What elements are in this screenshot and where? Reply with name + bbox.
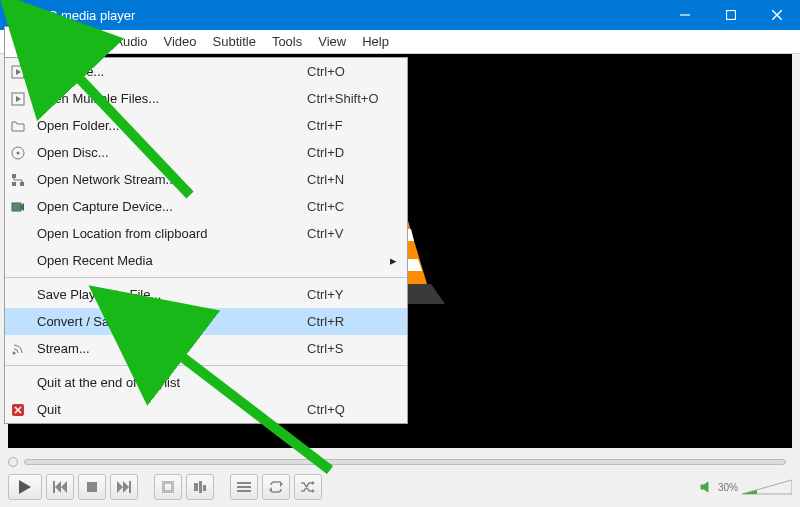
svg-marker-47 bbox=[742, 480, 792, 494]
svg-marker-44 bbox=[312, 481, 315, 485]
menu-subtitle[interactable]: Subtitle bbox=[205, 31, 264, 52]
submenu-arrow-icon: ▸ bbox=[385, 253, 397, 268]
play-button[interactable] bbox=[8, 474, 42, 500]
stop-button[interactable] bbox=[78, 474, 106, 500]
menu-item-shortcut: Ctrl+R bbox=[307, 314, 397, 329]
menu-item-label: Stream... bbox=[37, 341, 307, 356]
menu-stream[interactable]: Stream... Ctrl+S bbox=[5, 335, 407, 362]
svg-rect-30 bbox=[87, 482, 97, 492]
close-button[interactable] bbox=[754, 0, 800, 30]
menu-save-playlist[interactable]: Save Playlist to File... Ctrl+Y bbox=[5, 281, 407, 308]
svg-rect-19 bbox=[20, 182, 24, 186]
svg-marker-42 bbox=[280, 481, 283, 487]
maximize-button[interactable] bbox=[708, 0, 754, 30]
svg-marker-28 bbox=[55, 481, 61, 493]
menu-item-shortcut: Ctrl+C bbox=[307, 199, 397, 214]
menu-open-capture[interactable]: Open Capture Device... Ctrl+C bbox=[5, 193, 407, 220]
menu-item-shortcut: Ctrl+F bbox=[307, 118, 397, 133]
svg-rect-27 bbox=[53, 481, 55, 493]
menu-tools[interactable]: Tools bbox=[264, 31, 310, 52]
menu-separator bbox=[5, 277, 407, 278]
speaker-icon bbox=[700, 480, 714, 494]
folder-icon bbox=[11, 120, 37, 132]
volume-label: 30% bbox=[718, 482, 738, 493]
menu-item-label: Open Network Stream... bbox=[37, 172, 307, 187]
svg-rect-1 bbox=[13, 12, 16, 14]
menu-item-label: Quit at the end of playlist bbox=[37, 375, 307, 390]
app-icon bbox=[0, 7, 30, 23]
volume-slider[interactable] bbox=[742, 478, 792, 496]
menu-video[interactable]: Video bbox=[155, 31, 204, 52]
play-file-icon bbox=[11, 92, 37, 106]
titlebar: VLC media player bbox=[0, 0, 800, 30]
menu-item-label: Convert / Save... bbox=[37, 314, 307, 329]
svg-point-22 bbox=[13, 351, 16, 354]
skip-fwd-button[interactable] bbox=[110, 474, 138, 500]
menu-item-label: Open File... bbox=[37, 64, 307, 79]
menu-help[interactable]: Help bbox=[354, 31, 397, 52]
menubar: Media ack Audio Video Subtitle Tools Vie… bbox=[0, 30, 800, 54]
svg-marker-43 bbox=[269, 487, 272, 493]
svg-marker-32 bbox=[123, 481, 129, 493]
svg-marker-26 bbox=[19, 480, 31, 494]
window-controls bbox=[662, 0, 800, 30]
menu-open-folder[interactable]: Open Folder... Ctrl+F bbox=[5, 112, 407, 139]
menu-item-label: Open Multiple Files... bbox=[37, 91, 307, 106]
window-title: VLC media player bbox=[30, 8, 662, 23]
menu-open-disc[interactable]: Open Disc... Ctrl+D bbox=[5, 139, 407, 166]
svg-rect-37 bbox=[199, 481, 202, 493]
menu-open-recent[interactable]: Open Recent Media ▸ bbox=[5, 247, 407, 274]
media-dropdown: Open File... Ctrl+O Open Multiple Files.… bbox=[4, 57, 408, 424]
menu-item-shortcut: Ctrl+N bbox=[307, 172, 397, 187]
menu-audio[interactable]: Audio bbox=[106, 31, 155, 52]
svg-marker-29 bbox=[61, 481, 67, 493]
menu-item-label: Open Location from clipboard bbox=[37, 226, 307, 241]
skip-back-button[interactable] bbox=[46, 474, 74, 500]
menu-quit-end[interactable]: Quit at the end of playlist bbox=[5, 369, 407, 396]
disc-icon bbox=[11, 146, 37, 160]
svg-rect-35 bbox=[164, 483, 172, 491]
quit-icon bbox=[11, 403, 37, 417]
menu-quit[interactable]: Quit Ctrl+Q bbox=[5, 396, 407, 423]
svg-rect-18 bbox=[12, 182, 16, 186]
capture-icon bbox=[11, 201, 37, 213]
menu-separator bbox=[5, 365, 407, 366]
svg-marker-14 bbox=[16, 96, 21, 102]
menu-item-shortcut: Ctrl+Q bbox=[307, 402, 397, 417]
menu-convert-save[interactable]: Convert / Save... Ctrl+R bbox=[5, 308, 407, 335]
menu-item-label: Save Playlist to File... bbox=[37, 287, 307, 302]
menu-open-network[interactable]: Open Network Stream... Ctrl+N bbox=[5, 166, 407, 193]
menu-open-multiple[interactable]: Open Multiple Files... Ctrl+Shift+O bbox=[5, 85, 407, 112]
menu-item-shortcut: Ctrl+S bbox=[307, 341, 397, 356]
svg-rect-38 bbox=[203, 485, 206, 491]
shuffle-button[interactable] bbox=[294, 474, 322, 500]
menu-item-label: Open Disc... bbox=[37, 145, 307, 160]
seek-track[interactable] bbox=[24, 459, 786, 465]
play-file-icon bbox=[11, 65, 37, 79]
menu-item-label: Open Capture Device... bbox=[37, 199, 307, 214]
loop-button[interactable] bbox=[262, 474, 290, 500]
menu-item-label: Open Folder... bbox=[37, 118, 307, 133]
volume-control[interactable]: 30% bbox=[700, 478, 792, 496]
svg-rect-4 bbox=[727, 11, 736, 20]
menu-item-shortcut: Ctrl+V bbox=[307, 226, 397, 241]
ext-settings-button[interactable] bbox=[186, 474, 214, 500]
menu-item-label: Open Recent Media bbox=[37, 253, 295, 268]
seek-bar[interactable] bbox=[8, 455, 792, 469]
playback-controls: 30% bbox=[8, 473, 792, 501]
fullscreen-button[interactable] bbox=[154, 474, 182, 500]
svg-rect-2 bbox=[11, 20, 19, 22]
menu-item-shortcut: Ctrl+Shift+O bbox=[307, 91, 397, 106]
menu-open-clipboard[interactable]: Open Location from clipboard Ctrl+V bbox=[5, 220, 407, 247]
menu-item-shortcut: Ctrl+O bbox=[307, 64, 397, 79]
network-icon bbox=[11, 173, 37, 187]
svg-marker-46 bbox=[701, 482, 708, 492]
svg-point-16 bbox=[17, 151, 20, 154]
menu-open-file[interactable]: Open File... Ctrl+O bbox=[5, 58, 407, 85]
seek-handle-icon[interactable] bbox=[8, 457, 18, 467]
playlist-button[interactable] bbox=[230, 474, 258, 500]
minimize-button[interactable] bbox=[662, 0, 708, 30]
menu-view[interactable]: View bbox=[310, 31, 354, 52]
svg-rect-17 bbox=[12, 174, 16, 178]
stream-icon bbox=[11, 342, 37, 356]
